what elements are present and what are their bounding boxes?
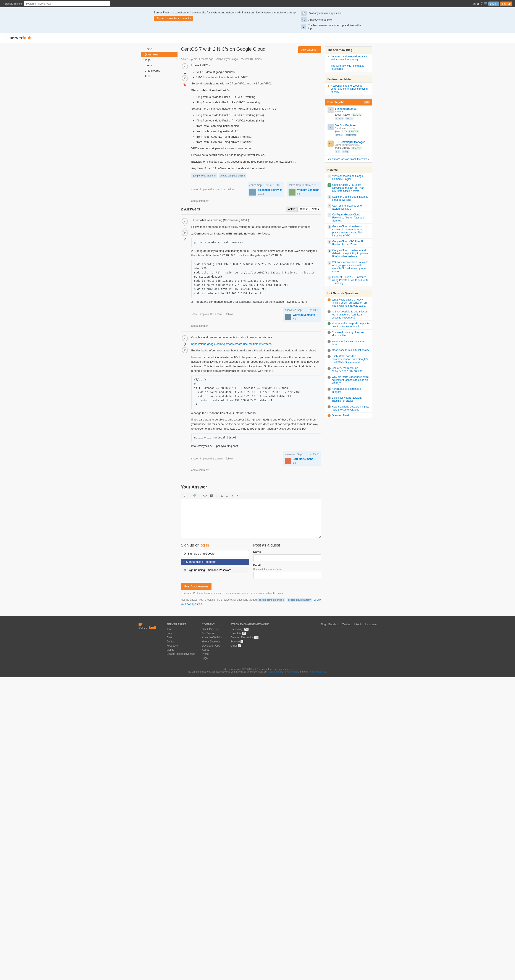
footer-company-advertise[interactable]: Advertise With Us	[202, 636, 224, 639]
related-link-1[interactable]: VPN connection on Google Compute Engine	[332, 175, 370, 181]
related-link-2[interactable]: Google Cloud VPN is not allowing outboun…	[332, 183, 370, 192]
toolbar-image[interactable]: 🖼	[209, 494, 214, 498]
toolbar-redo[interactable]: ↪	[237, 494, 240, 498]
question-improve-link[interactable]: improve this question	[200, 188, 225, 192]
sidebar-item-jobs[interactable]: Jobs	[143, 73, 178, 79]
footer-blog[interactable]: Blog	[321, 623, 326, 626]
footer-company-press[interactable]: Press	[202, 652, 224, 655]
footer-instagram[interactable]: Instagram	[365, 623, 377, 626]
hot-link-10[interactable]: A Portuguese sequence of integers	[332, 387, 370, 393]
footer-company-legal[interactable]: Legal	[202, 657, 224, 660]
hot-link-25[interactable]: Question Feed	[332, 414, 349, 417]
footer-network-other[interactable]: Other 5	[230, 644, 269, 647]
bookmark-button[interactable]: 🔖	[183, 83, 187, 86]
hot-link-8[interactable]: Can a 2x thermistor be converted to a 10…	[332, 367, 370, 373]
overflow-blog-link-1[interactable]: Improve database performance with connec…	[331, 55, 370, 61]
login-button[interactable]: Log in	[488, 2, 499, 6]
hot-link-11[interactable]: Biological Neural Network Training for B…	[332, 396, 370, 402]
job-php-manager[interactable]: BT PHP Developer Manager Brave Thinking …	[325, 139, 372, 156]
post-answer-button[interactable]: Post Your Answer	[181, 583, 212, 590]
footer-network-arts[interactable]: Life / Arts 12	[230, 632, 269, 635]
job-1-tag-2[interactable]: docker	[345, 117, 353, 120]
inbox-icon[interactable]: ✉	[473, 2, 475, 6]
question-follow-link[interactable]: follow	[227, 188, 234, 192]
signup-top-button[interactable]: Sign up	[500, 2, 512, 6]
toolbar-italic[interactable]: I	[188, 494, 190, 498]
toolbar-blockquote[interactable]: "	[198, 494, 201, 498]
footer-sf-feedback[interactable]: Feedback	[167, 644, 195, 647]
sidebar-item-home[interactable]: Home	[143, 46, 178, 52]
hot-link-1[interactable]: What would cause a heavy military or civ…	[332, 298, 370, 307]
sidebar-item-questions[interactable]: Questions	[141, 52, 178, 57]
hot-link-4[interactable]: Confused how any clue can almost a file	[332, 331, 370, 337]
asker-name[interactable]: Wilhelm Lehmann	[297, 188, 319, 192]
toolbar-bold[interactable]: B	[183, 494, 187, 498]
answer-2-link[interactable]: https://cloud.google.com/vpc/docs/create…	[191, 342, 272, 345]
not-looking-tag-2[interactable]: google-cloud-platform	[287, 598, 312, 602]
sort-votes[interactable]: Votes	[310, 207, 321, 212]
hot-link-12[interactable]: How is zig lang got zero if inputs have …	[332, 405, 370, 411]
related-link-5[interactable]: Configure Google Cloud Firewall to filte…	[332, 213, 370, 222]
question-share-link[interactable]: share	[191, 188, 198, 192]
hot-link-7[interactable]: Bash: What does this recommendation from…	[332, 355, 370, 364]
sort-active[interactable]: Active	[286, 207, 298, 212]
footer-sf-contact[interactable]: Contact	[167, 640, 195, 643]
job-3-tag-2[interactable]: mysql	[342, 150, 349, 153]
help-icon[interactable]: ?	[481, 2, 483, 6]
related-link-6[interactable]: Google Cloud - Unable to connect to inte…	[332, 225, 370, 237]
answer-2-follow[interactable]: follow	[226, 457, 233, 461]
footer-sf-tour[interactable]: Tour	[167, 628, 195, 631]
ask-question-button[interactable]: Ask Question	[298, 46, 321, 53]
guest-email-input[interactable]	[253, 572, 321, 578]
stack-exchange-logo[interactable]: ≡ Stack Exchange	[3, 2, 22, 5]
tag-gcp[interactable]: google-cloud-platform	[191, 173, 217, 178]
footer-company-about[interactable]: About	[202, 648, 224, 651]
job-2-tag-2[interactable]: postgresql	[345, 134, 356, 137]
toolbar-undo[interactable]: ↩	[231, 494, 235, 498]
google-signup-button[interactable]: G Sign up using Google	[181, 550, 249, 557]
sidebar-item-tags[interactable]: Tags	[143, 57, 178, 62]
guest-name-input[interactable]	[253, 554, 321, 561]
related-link-7[interactable]: Google Cloud VPC Alias IP Routing Across…	[332, 240, 370, 246]
footer-company-jobs[interactable]: Developer Jobs	[202, 644, 224, 647]
tag-gce[interactable]: google-compute-engine	[219, 173, 246, 178]
job-2-tag-1[interactable]: heroku	[335, 134, 343, 137]
job-3-tag-1[interactable]: php	[335, 150, 340, 153]
featured-meta-link-1[interactable]: Responding to the Lavender Letter and co…	[331, 84, 370, 93]
answer-textarea[interactable]	[181, 499, 321, 538]
answer-1-share[interactable]: share	[191, 312, 198, 317]
answer-1-follow[interactable]: follow	[226, 312, 233, 317]
footer-network-science[interactable]: Science 4	[230, 640, 269, 643]
footer-sf-disable[interactable]: Disable Responsiveness	[167, 652, 195, 655]
answer-1-upvote[interactable]: ▲	[182, 218, 188, 224]
job-backend-engineer[interactable]: B Backend Engineer Bakena $100k - $130k …	[325, 106, 372, 123]
job-1-tag-1[interactable]: node js	[335, 117, 343, 120]
related-link-10[interactable]: Connect Cloud2SQL instance using Private…	[332, 276, 370, 285]
toolbar-numbered[interactable]: 1.	[220, 494, 224, 498]
sidebar-item-unanswered[interactable]: Unanswered	[143, 68, 178, 73]
terms-link[interactable]: Terms of Service	[308, 670, 326, 673]
footer-sf-chat[interactable]: Chat	[167, 636, 195, 639]
login-link[interactable]: log in	[200, 543, 209, 547]
answer-1-improve[interactable]: improve this answer	[200, 312, 224, 317]
not-looking-tag-1[interactable]: google-compute-engine	[258, 598, 285, 602]
toolbar-code[interactable]: </>	[202, 494, 208, 498]
hot-link-6[interactable]: Moon base terminal functionality	[332, 348, 369, 352]
footer-company-hire[interactable]: Hire a Developer	[202, 640, 224, 643]
hot-link-5[interactable]: We're much closer than you think	[332, 340, 370, 346]
footer-sf-help[interactable]: Help	[167, 632, 195, 635]
editor-name[interactable]: alexander petrovich	[258, 188, 283, 192]
footer-network-culture[interactable]: Culture / Recreation 19	[230, 636, 269, 639]
footer-facebook[interactable]: Facebook	[328, 623, 340, 626]
hot-link-2[interactable]: Is it not possible to get a decent job i…	[332, 310, 370, 319]
answer-2-share[interactable]: share	[191, 457, 198, 461]
add-question-comment[interactable]: add a comment	[191, 199, 321, 203]
toolbar-link[interactable]: 🔗	[192, 494, 197, 498]
answer-1-downvote[interactable]: ▼	[182, 230, 188, 236]
overflow-blog-link-2[interactable]: The Overflow #43: Simulated keyboards	[331, 64, 370, 70]
related-link-4[interactable]: Can't ssh to instance when assign two NI…	[332, 204, 370, 210]
hero-close-button[interactable]: ×	[510, 9, 512, 13]
answer-2-upvote[interactable]: ▲	[182, 335, 188, 341]
site-logo[interactable]: serverfault	[4, 35, 32, 40]
add-answer-2-comment[interactable]: add a comment	[191, 468, 321, 472]
